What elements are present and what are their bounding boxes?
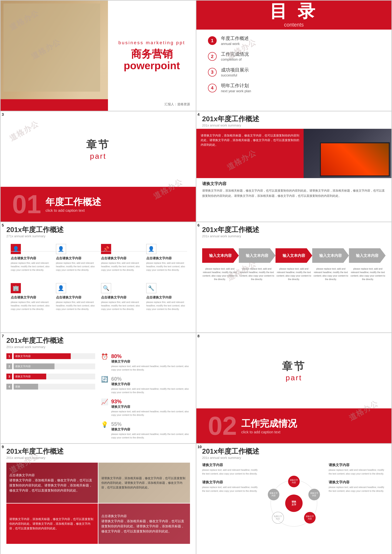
slide9-overlay-3: 请替换文字内容，添加相关标题，修改文字内容，也可以直接复制你的内容到此处。请替换…	[6, 504, 98, 544]
slide5-icon-7: 🔍 点击请换文字内容 please replace this; add and …	[99, 282, 142, 318]
slide7-statpct-4: 55%	[111, 421, 190, 427]
slide5-icon-1: 👤 点击请换文字内容 please replace this; add and …	[9, 242, 52, 279]
slide8-chapter-title: 工作完成情况	[241, 417, 297, 430]
slide7-statinfo-4: 55% 请换文字内容 please replace text; add and …	[111, 421, 190, 440]
slide9-cell-1: 点击请换文字内容 请替换文字内容，添加相关标题，修改文字内容，也可以直接复制你的…	[6, 463, 98, 503]
slide1-hands	[3, 3, 100, 92]
slide7-stat-1: ⏰ 80% 请换文字内容 please replace text; add an…	[101, 353, 190, 372]
slide7-title-en: 201x annual work summary	[6, 345, 190, 349]
slide7-barnum-1: 1	[6, 353, 12, 359]
slide10-textblock2-title: 请换文字内容	[202, 480, 259, 484]
slide3-bottom-red: 01 年度工作概述 click to add caption text	[0, 187, 196, 222]
slide7-stat-3: 📈 93% 请换文字内容 please replace text; add an…	[101, 398, 190, 417]
slide10-textblock4-desc: please replace text; add and relevant he…	[329, 485, 386, 493]
slide4-header: 201x年度工作概述 201x annual work summary	[196, 111, 392, 129]
slide6-arrow-flow: 输入文本内容 输入文本内容 输入文本内容 输入文本内容 输入文本	[196, 240, 392, 266]
slide-2: 目 录 contents 1 年度工作概述 annual work 2 工作完成…	[196, 0, 392, 111]
slide7-staticon-2: 🔄	[101, 376, 108, 383]
slide7-barfill-3: 请换文字内容	[14, 374, 46, 379]
slide10-textblock-1: 请换文字内容 please replace text; add and rele…	[202, 463, 259, 476]
slide7-statlbl-1: 请换文字内容	[111, 359, 190, 364]
slide7-statinfo-3: 93% 请换文字内容 please replace text; add and …	[111, 398, 190, 417]
slide7-statinfo-1: 80% 请换文字内容 please replace text; add and …	[111, 353, 190, 372]
slide10-title-en: 201x annual work summary	[202, 456, 386, 460]
slide7-statlbl-4: 请换文字内容	[111, 427, 190, 432]
slide10-textblock4-title: 请换文字内容	[329, 480, 386, 484]
svg-text:外圈文字: 外圈文字	[274, 515, 282, 518]
slide8-chapter-en: part	[286, 373, 302, 382]
slide5-icon1-title: 点击请换文字内容	[11, 256, 36, 261]
slide8-chapter-cn: 章节	[282, 359, 306, 373]
toc-text-2: 工作完成情况 completion of	[221, 51, 249, 62]
slide6-header: 201x年度工作概述 201x annual work summary	[196, 222, 392, 240]
slide4-num: 4	[197, 112, 200, 117]
slide9-cell-2: 请替换文字内容，添加相关标题，修改文字内容，也可以直接复制你的内容到此处。请替换…	[98, 463, 190, 503]
slide7-title-cn: 201x年度工作概述	[6, 336, 190, 345]
slide9-text-3: 请替换文字内容，添加相关标题，修改文字内容，也可以直接复制你的内容到此处。请替换…	[9, 517, 95, 531]
slide8-chapter-title-sub: click to add caption text	[241, 430, 297, 434]
slide6-arrowshape-3: 输入文本内容	[275, 248, 312, 263]
slide7-barfill-1: 请换文字内容	[14, 353, 71, 359]
slide4-lower-title: 请换文字内容	[202, 181, 386, 186]
slide5-connector	[9, 251, 187, 251]
toc-num-2: 2	[208, 52, 217, 61]
slide9-cell-3: 请替换文字内容，添加相关标题，修改文字内容，也可以直接复制你的内容到此处。请替换…	[6, 504, 98, 544]
slide7-statrow-4: 💡 55% 请换文字内容 please replace text; add an…	[101, 421, 190, 440]
slide7-statpct-2: 60%	[111, 376, 190, 382]
slide5-icon5-desc: please replace this; add and relevant he…	[11, 300, 50, 311]
slide3-chapter-title-sub: click to add caption text	[46, 208, 101, 213]
slide6-title-cn: 201x年度工作概述	[202, 225, 386, 234]
slide7-bar-3: 3 请换文字内容	[6, 374, 95, 379]
slide7-staticon-4: 💡	[101, 421, 108, 428]
slide8-bottom-red: 02 工作完成情况 click to add caption text	[196, 408, 392, 443]
slide4-monitor	[320, 142, 390, 177]
slide8-title-wrap: 工作完成情况 click to add caption text	[241, 417, 297, 434]
slide8-num: 8	[197, 334, 200, 338]
toc-text-3: 成功项目展示 successful	[221, 67, 249, 78]
slide9-text-2: 请替换文字内容，添加相关标题，修改文字内容，也可以直接复制你的内容到此处。请替换…	[101, 476, 187, 490]
slide7-barnum-3: 3	[6, 374, 12, 379]
slide10-left-text: 请换文字内容 please replace text; add and rele…	[202, 463, 259, 544]
slide9-header: 201x年度工作概述 201x annual work summary	[0, 444, 196, 461]
slide3-title-wrap: 年度工作概述 click to add caption text	[46, 196, 101, 213]
slide7-bartrack-3: 请换文字内容	[14, 374, 95, 379]
slide5-icon8-desc: please replace this; add and relevant he…	[146, 300, 186, 311]
slide9-cell-4: 点击请换文字内容 请替换文字内容，添加相关标题，修改文字内容，也可以直接复制你的…	[98, 504, 190, 544]
slide5-icon-5: 🏢 点击请换文字内容 please replace this; add and …	[9, 282, 52, 318]
slide6-arrow-3: 输入文本内容	[275, 248, 312, 263]
svg-text:内容: 内容	[312, 494, 316, 497]
slide6-arrowshape-2: 输入文本内容	[239, 248, 275, 263]
slide3-num: 3	[2, 112, 4, 117]
slide6-title-en: 201x annual work summary	[202, 234, 386, 238]
slide7-statpct-3: 93%	[111, 398, 190, 405]
svg-text:文字: 文字	[292, 503, 296, 506]
slide5-iconbox-7: 🔍	[101, 283, 111, 293]
slide5-icon7-desc: please replace this; add and relevant he…	[101, 300, 140, 311]
slide7-right-stats: ⏰ 80% 请换文字内容 please replace text; add an…	[101, 353, 190, 432]
slide6-arrow-4: 输入文本内容	[312, 248, 349, 263]
slide7-left-bars: 1 请换文字内容 2 请换文字内容 3	[6, 353, 95, 432]
slide5-icon-8: 🔧 点击请换文字内容 please replace this; add and …	[145, 282, 187, 318]
slide7-barfill-2: 请换文字内容	[14, 363, 55, 369]
slide7-bar-1: 1 请换文字内容	[6, 353, 95, 359]
slide9-overlay-2: 请替换文字内容，添加相关标题，修改文字内容，也可以直接复制你的内容到此处。请替换…	[98, 463, 190, 503]
slide6-num: 6	[197, 223, 200, 227]
slide10-header: 201x年度工作概述 201x annual work summary	[196, 444, 392, 461]
svg-text:请换文字: 请换文字	[270, 492, 278, 494]
slide7-num: 7	[2, 334, 4, 338]
slide7-statrow-1: ⏰ 80% 请换文字内容 please replace text; add an…	[101, 353, 190, 372]
slide5-icon-6: 👤 点击请换文字内容 please replace this; add and …	[55, 282, 97, 318]
slide5-num: 5	[2, 223, 4, 227]
slide10-textblock2-desc: please replace text; add and relevant he…	[202, 485, 259, 493]
slide1-main-title: 商务营销powerpoint	[114, 48, 190, 71]
slide2-top-bar: 目 录 contents	[196, 0, 392, 30]
slide10-circle-diagram: 请换文字 内容 请换文字 内容 请换文字 内容 外圈文字 内容	[265, 463, 323, 544]
slide4-lower-content: 请换文字内容 请替换文字内容，添加相关标题，修改文字内容，也可以直接复制你的内容…	[196, 178, 392, 201]
slide4-lower-text: 请替换文字内容，添加相关标题，修改文字内容，也可以直接复制你的内容到此处。请替换…	[202, 188, 386, 199]
slide9-text-4: 点击请换文字内容 请替换文字内容，添加相关标题，修改文字内容，也可以直接复制你的…	[101, 513, 187, 534]
slide-5: 5 201x年度工作概述 271x annual work summary 👤 …	[0, 222, 196, 332]
svg-text:请换文字: 请换文字	[290, 479, 298, 481]
slide7-statdesc-1: please replace text; add and relevant he…	[111, 365, 190, 372]
slide-6: 6 201x年度工作概述 201x annual work summary 输入…	[196, 222, 392, 332]
slide7-bar-2: 2 请换文字内容	[6, 363, 95, 369]
